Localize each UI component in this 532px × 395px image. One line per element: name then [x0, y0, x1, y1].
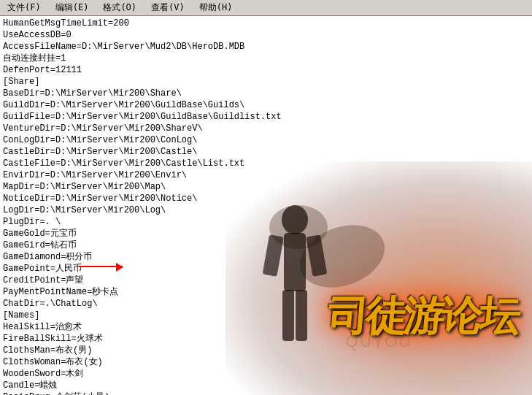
menu-help[interactable]: 帮助(H) — [195, 0, 237, 15]
menu-file[interactable]: 文件(F) — [3, 0, 45, 15]
main-area: HumanGetMsgTimeLimit=200 UseAccessDB=0 A… — [0, 16, 532, 395]
menu-bar: 文件(F) 编辑(E) 格式(O) 查看(V) 帮助(H) — [0, 0, 532, 16]
red-arrow-indicator — [79, 266, 123, 267]
menu-format[interactable]: 格式(O) — [99, 0, 141, 15]
menu-view[interactable]: 查看(V) — [147, 0, 189, 15]
editor-content: HumanGetMsgTimeLimit=200 UseAccessDB=0 A… — [0, 16, 532, 395]
menu-edit[interactable]: 编辑(E) — [51, 0, 93, 15]
text-editor[interactable]: HumanGetMsgTimeLimit=200 UseAccessDB=0 A… — [0, 16, 532, 395]
